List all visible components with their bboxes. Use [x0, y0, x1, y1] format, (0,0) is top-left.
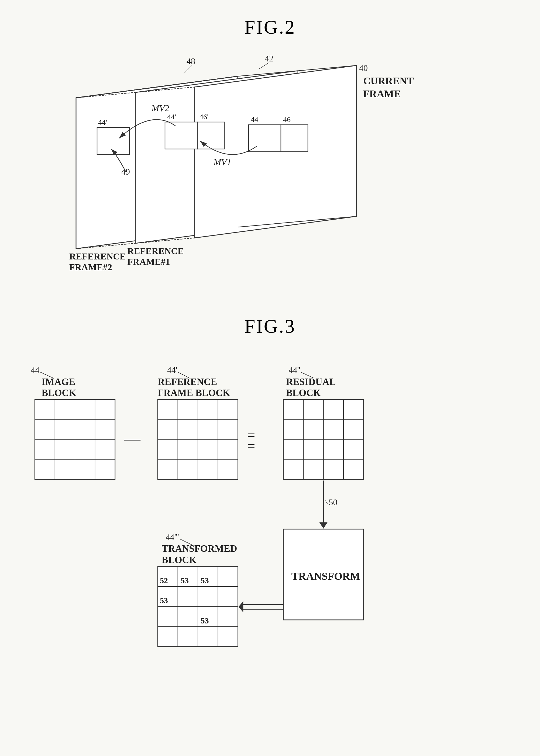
fig3-svg: 44 IMAGE BLOCK — 44': [16, 354, 524, 756]
svg-text:FRAME#2: FRAME#2: [69, 262, 112, 272]
svg-rect-18: [197, 122, 224, 149]
svg-marker-68: [320, 522, 328, 529]
svg-text:REFERENCE: REFERENCE: [158, 377, 217, 387]
fig3-content: 44 IMAGE BLOCK — 44': [16, 354, 524, 756]
fig3-title: FIG.3: [16, 315, 524, 338]
fig2-diagram: 48 42 40 CURRENT FRAME 44' 44' 46': [55, 47, 486, 289]
svg-rect-22: [281, 125, 308, 152]
label-50: 50: [329, 497, 338, 507]
svg-text:FRAME: FRAME: [363, 88, 401, 99]
current-frame-label: CURRENT: [363, 75, 414, 86]
fig2-svg: 48 42 40 CURRENT FRAME 44' 44' 46': [55, 47, 486, 289]
label-40: 40: [359, 63, 368, 73]
svg-text:46: 46: [283, 115, 291, 124]
svg-line-13: [259, 63, 269, 69]
fig2-title: FIG.2: [16, 16, 524, 39]
image-block-label-line2: BLOCK: [42, 387, 76, 398]
fig2-section: FIG.2: [16, 16, 524, 299]
svg-text:REFERENCE: REFERENCE: [69, 251, 126, 261]
label-44-fig3: 44: [31, 365, 40, 375]
svg-text:BLOCK: BLOCK: [162, 555, 197, 565]
svg-text:FRAME BLOCK: FRAME BLOCK: [158, 387, 230, 398]
cell-53-4: 53: [201, 616, 209, 625]
label-42: 42: [265, 54, 273, 63]
svg-text:FRAME#1: FRAME#1: [127, 257, 170, 267]
svg-marker-82: [239, 601, 243, 612]
svg-text:44: 44: [251, 115, 258, 124]
svg-rect-15: [97, 127, 129, 155]
fig3-section: FIG.3: [16, 315, 524, 756]
cell-52: 52: [160, 576, 168, 585]
transform-label: TRANSFORM: [291, 570, 360, 582]
cell-53-1: 53: [181, 576, 189, 585]
cell-53-3: 53: [160, 596, 168, 605]
label-44ppp: 44''': [166, 532, 179, 542]
svg-text:TRANSFORMED: TRANSFORMED: [162, 543, 237, 554]
svg-text:46': 46': [200, 113, 208, 121]
image-block-label-line1: IMAGE: [42, 377, 75, 387]
svg-line-69: [325, 500, 328, 504]
svg-text:BLOCK: BLOCK: [286, 387, 321, 398]
svg-rect-21: [249, 125, 281, 152]
svg-text:REFERENCE: REFERENCE: [127, 246, 184, 256]
cell-53-2: 53: [201, 576, 209, 585]
minus-sign: —: [124, 429, 140, 447]
svg-text:RESIDUAL: RESIDUAL: [286, 377, 336, 387]
svg-text:MV1: MV1: [213, 157, 231, 167]
svg-text:MV2: MV2: [151, 103, 169, 113]
page: FIG.2: [0, 0, 540, 756]
svg-rect-17: [165, 122, 197, 149]
label-44pp: 44'': [289, 365, 300, 375]
svg-text:44': 44': [98, 118, 107, 126]
svg-text:=: =: [247, 438, 255, 454]
label-44p-fig3: 44': [167, 365, 177, 375]
svg-line-12: [184, 65, 192, 73]
label-48: 48: [187, 56, 195, 66]
svg-text:44': 44': [167, 113, 176, 121]
